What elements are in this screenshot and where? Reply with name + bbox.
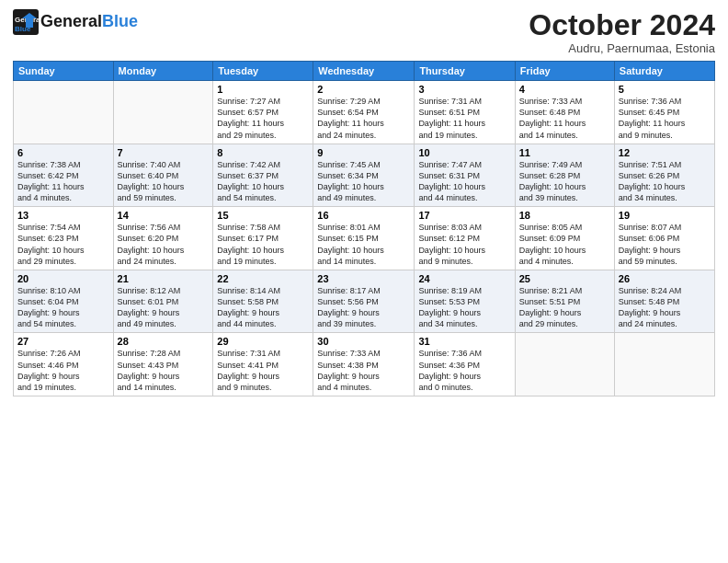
calendar-cell: 29Sunrise: 7:31 AM Sunset: 4:41 PM Dayli… (213, 333, 313, 396)
day-info: Sunrise: 7:58 AM Sunset: 6:17 PM Dayligh… (217, 222, 309, 267)
day-number: 3 (418, 84, 510, 95)
calendar-cell: 23Sunrise: 8:17 AM Sunset: 5:56 PM Dayli… (313, 270, 415, 333)
day-info: Sunrise: 7:42 AM Sunset: 6:37 PM Dayligh… (217, 159, 309, 204)
calendar-week-4: 27Sunrise: 7:26 AM Sunset: 4:46 PM Dayli… (14, 333, 715, 396)
calendar-cell: 8Sunrise: 7:42 AM Sunset: 6:37 PM Daylig… (213, 144, 313, 207)
day-info: Sunrise: 8:17 AM Sunset: 5:56 PM Dayligh… (317, 285, 410, 330)
calendar-cell: 7Sunrise: 7:40 AM Sunset: 6:40 PM Daylig… (113, 144, 213, 207)
day-number: 18 (519, 210, 610, 221)
day-info: Sunrise: 8:07 AM Sunset: 6:06 PM Dayligh… (619, 222, 711, 267)
day-info: Sunrise: 8:14 AM Sunset: 5:58 PM Dayligh… (217, 285, 309, 330)
calendar-cell: 22Sunrise: 8:14 AM Sunset: 5:58 PM Dayli… (213, 270, 313, 333)
day-number: 26 (619, 273, 711, 284)
col-thursday: Thursday (415, 62, 515, 81)
col-sunday: Sunday (14, 62, 114, 81)
calendar-cell: 6Sunrise: 7:38 AM Sunset: 6:42 PM Daylig… (14, 144, 114, 207)
calendar-cell: 21Sunrise: 8:12 AM Sunset: 6:01 PM Dayli… (113, 270, 213, 333)
day-number: 4 (519, 84, 610, 95)
col-monday: Monday (113, 62, 213, 81)
logo-text: GeneralBlue (40, 13, 138, 31)
day-number: 7 (118, 147, 210, 158)
calendar-cell: 3Sunrise: 7:31 AM Sunset: 6:51 PM Daylig… (415, 81, 515, 144)
logo-icon: General Blue (13, 9, 39, 35)
calendar-cell: 20Sunrise: 8:10 AM Sunset: 6:04 PM Dayli… (14, 270, 114, 333)
day-info: Sunrise: 7:51 AM Sunset: 6:26 PM Dayligh… (619, 159, 711, 204)
calendar-cell: 10Sunrise: 7:47 AM Sunset: 6:31 PM Dayli… (415, 144, 515, 207)
calendar-cell: 11Sunrise: 7:49 AM Sunset: 6:28 PM Dayli… (515, 144, 614, 207)
day-number: 25 (519, 273, 610, 284)
day-info: Sunrise: 7:29 AM Sunset: 6:54 PM Dayligh… (317, 96, 410, 141)
day-number: 2 (317, 84, 410, 95)
day-number: 31 (418, 336, 510, 347)
day-info: Sunrise: 7:33 AM Sunset: 4:38 PM Dayligh… (317, 348, 410, 393)
day-info: Sunrise: 8:01 AM Sunset: 6:15 PM Dayligh… (317, 222, 410, 267)
day-info: Sunrise: 7:27 AM Sunset: 6:57 PM Dayligh… (217, 96, 309, 141)
day-number: 9 (317, 147, 410, 158)
day-info: Sunrise: 8:24 AM Sunset: 5:48 PM Dayligh… (619, 285, 711, 330)
calendar-cell (14, 81, 114, 144)
day-number: 29 (217, 336, 309, 347)
day-info: Sunrise: 7:49 AM Sunset: 6:28 PM Dayligh… (519, 159, 610, 204)
location-subtitle: Audru, Paernumaa, Estonia (529, 41, 715, 55)
calendar-week-3: 20Sunrise: 8:10 AM Sunset: 6:04 PM Dayli… (14, 270, 715, 333)
month-title: October 2024 (529, 9, 715, 41)
day-number: 22 (217, 273, 309, 284)
calendar-cell: 24Sunrise: 8:19 AM Sunset: 5:53 PM Dayli… (415, 270, 515, 333)
day-info: Sunrise: 7:40 AM Sunset: 6:40 PM Dayligh… (118, 159, 210, 204)
calendar-cell: 1Sunrise: 7:27 AM Sunset: 6:57 PM Daylig… (213, 81, 313, 144)
day-info: Sunrise: 7:26 AM Sunset: 4:46 PM Dayligh… (17, 348, 109, 393)
page: General Blue GeneralBlue October 2024 Au… (0, 0, 728, 563)
day-info: Sunrise: 8:21 AM Sunset: 5:51 PM Dayligh… (519, 285, 610, 330)
day-number: 16 (317, 210, 410, 221)
day-info: Sunrise: 8:03 AM Sunset: 6:12 PM Dayligh… (418, 222, 510, 267)
calendar-cell: 4Sunrise: 7:33 AM Sunset: 6:48 PM Daylig… (515, 81, 614, 144)
day-info: Sunrise: 7:31 AM Sunset: 4:41 PM Dayligh… (217, 348, 309, 393)
header: General Blue GeneralBlue October 2024 Au… (13, 9, 715, 55)
calendar-cell: 28Sunrise: 7:28 AM Sunset: 4:43 PM Dayli… (113, 333, 213, 396)
day-number: 13 (17, 210, 109, 221)
day-number: 14 (118, 210, 210, 221)
day-info: Sunrise: 7:47 AM Sunset: 6:31 PM Dayligh… (418, 159, 510, 204)
day-number: 24 (418, 273, 510, 284)
day-number: 1 (217, 84, 309, 95)
calendar-cell: 16Sunrise: 8:01 AM Sunset: 6:15 PM Dayli… (313, 207, 415, 270)
calendar-cell: 13Sunrise: 7:54 AM Sunset: 6:23 PM Dayli… (14, 207, 114, 270)
day-number: 21 (118, 273, 210, 284)
day-number: 23 (317, 273, 410, 284)
day-info: Sunrise: 8:05 AM Sunset: 6:09 PM Dayligh… (519, 222, 610, 267)
col-wednesday: Wednesday (313, 62, 415, 81)
calendar-cell: 12Sunrise: 7:51 AM Sunset: 6:26 PM Dayli… (614, 144, 714, 207)
day-info: Sunrise: 8:10 AM Sunset: 6:04 PM Dayligh… (17, 285, 109, 330)
day-number: 27 (17, 336, 109, 347)
day-number: 19 (619, 210, 711, 221)
day-info: Sunrise: 7:31 AM Sunset: 6:51 PM Dayligh… (418, 96, 510, 141)
calendar-cell: 19Sunrise: 8:07 AM Sunset: 6:06 PM Dayli… (614, 207, 714, 270)
day-number: 11 (519, 147, 610, 158)
title-block: October 2024 Audru, Paernumaa, Estonia (529, 9, 715, 55)
calendar-cell: 31Sunrise: 7:36 AM Sunset: 4:36 PM Dayli… (415, 333, 515, 396)
day-info: Sunrise: 8:19 AM Sunset: 5:53 PM Dayligh… (418, 285, 510, 330)
calendar-week-2: 13Sunrise: 7:54 AM Sunset: 6:23 PM Dayli… (14, 207, 715, 270)
day-number: 20 (17, 273, 109, 284)
col-saturday: Saturday (614, 62, 714, 81)
calendar-cell (515, 333, 614, 396)
day-number: 28 (118, 336, 210, 347)
day-number: 12 (619, 147, 711, 158)
col-friday: Friday (515, 62, 614, 81)
calendar-cell: 26Sunrise: 8:24 AM Sunset: 5:48 PM Dayli… (614, 270, 714, 333)
day-info: Sunrise: 7:33 AM Sunset: 6:48 PM Dayligh… (519, 96, 610, 141)
day-number: 6 (17, 147, 109, 158)
calendar-cell: 18Sunrise: 8:05 AM Sunset: 6:09 PM Dayli… (515, 207, 614, 270)
day-number: 5 (619, 84, 711, 95)
calendar-table: Sunday Monday Tuesday Wednesday Thursday… (13, 61, 715, 396)
calendar-cell: 27Sunrise: 7:26 AM Sunset: 4:46 PM Dayli… (14, 333, 114, 396)
day-info: Sunrise: 7:45 AM Sunset: 6:34 PM Dayligh… (317, 159, 410, 204)
calendar-cell: 2Sunrise: 7:29 AM Sunset: 6:54 PM Daylig… (313, 81, 415, 144)
day-info: Sunrise: 7:56 AM Sunset: 6:20 PM Dayligh… (118, 222, 210, 267)
calendar-cell: 15Sunrise: 7:58 AM Sunset: 6:17 PM Dayli… (213, 207, 313, 270)
day-info: Sunrise: 8:12 AM Sunset: 6:01 PM Dayligh… (118, 285, 210, 330)
calendar-cell: 30Sunrise: 7:33 AM Sunset: 4:38 PM Dayli… (313, 333, 415, 396)
calendar-cell: 25Sunrise: 8:21 AM Sunset: 5:51 PM Dayli… (515, 270, 614, 333)
day-number: 30 (317, 336, 410, 347)
day-info: Sunrise: 7:36 AM Sunset: 6:45 PM Dayligh… (619, 96, 711, 141)
